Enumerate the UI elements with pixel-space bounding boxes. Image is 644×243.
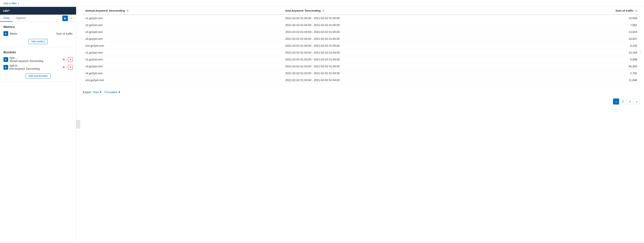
buckets-section: Buckets ▶ Split ... domain.keyword: Desc… [0,47,76,82]
bucket1-controls: 👁 | ✕ [62,57,73,62]
cell-domain: v2.go2vd.com [83,22,283,28]
page-3-button[interactable]: 3 [627,98,633,104]
pagination: 1 2 3 » [76,96,644,107]
bucket2-delete-button[interactable]: ✕ [68,65,73,70]
cell-traffic: 9,243 [529,42,640,49]
table-row: vmi.go2yd.com2021-02-02 01:03:00 - 2021-… [83,77,640,84]
sort-icon-traffic: ⇅ [635,10,637,12]
col-header-time[interactable]: time.keyword: Descending ⇅ [283,7,529,14]
cell-time: 2021-02-02 01:03:00 - 2021-02-02 01:04:0… [283,70,529,77]
left-panel: cdn* Data Options ▶ ✕ Metrics ▶ Metric S… [0,7,76,242]
cell-time: 2021-02-02 01:03:00 - 2021-02-02 01:04:0… [283,63,529,70]
cell-traffic: 14,169 [529,49,640,56]
table-body: v1.go2yd.com2021-02-02 01:04:00 - 2021-0… [83,14,640,84]
metric-row: ▶ Metric Sum of traffic [4,31,73,36]
sort-icon-domain: ⇅ [126,10,128,12]
top-bar: Add a filter + [0,0,644,7]
table-row: v3.go2yd.com2021-02-02 01:04:00 - 2021-0… [83,28,640,36]
collapse-button[interactable]: ‹ [76,120,80,128]
bucket1-label-group: Split ... domain.keyword: Descending [10,56,60,62]
add-metrics-button[interactable]: Add metrics [28,39,48,44]
export-raw-link[interactable]: Raw ⬇ [93,90,102,94]
table-container: domain.keyword: Descending ⇅ time.keywor… [76,7,644,88]
cell-time: 2021-02-02 01:03:00 - 2021-02-02 01:04:0… [283,77,529,84]
table-row: vmi.go2yd.com2021-02-02 01:04:00 - 2021-… [83,42,640,49]
cell-traffic: 2,792 [529,70,640,77]
panel-title: cdn* [3,9,10,12]
export-formatted-link[interactable]: Formatted ⬇ [104,90,120,94]
panel-tabs: Data Options ▶ ✕ [0,14,76,22]
export-row: Export: Raw ⬇ Formatted ⬇ [76,88,644,96]
cell-time: 2021-02-02 01:03:00 - 2021-02-02 01:04:0… [283,56,529,63]
bucket1-separator: | [66,58,67,61]
metrics-title: Metrics [4,25,73,28]
metric-expand-button[interactable]: ▶ [4,31,8,36]
cell-traffic: 11,898 [529,77,640,84]
tab-options[interactable]: Options [13,14,29,22]
bucket2-eye-button[interactable]: 👁 [62,65,66,70]
bucket-row-1: ▶ Split ... domain.keyword: Descending 👁… [4,56,73,62]
add-filter-link[interactable]: Add a filter + [4,2,19,5]
cell-traffic: 7,991 [529,22,640,28]
cell-traffic: 40,300 [529,63,640,70]
page-1-button[interactable]: 1 [613,98,619,104]
cell-domain: v1.go2yd.com [83,49,283,56]
cell-time: 2021-02-02 01:04:00 - 2021-02-02 01:05:0… [283,14,529,22]
bucket1-main-label: Split ... [10,56,60,60]
cell-domain: v4.go2yd.com [83,36,283,42]
col-header-traffic[interactable]: Sum of traffic ⇅ [529,7,640,14]
cell-traffic: 9,698 [529,56,640,63]
page-2-button[interactable]: 2 [620,98,626,104]
table-row: v4.go2yd.com2021-02-02 01:04:00 - 2021-0… [83,36,640,42]
right-panel: ‹ ⋮ domain.keyword: Descending ⇅ time.ke… [76,7,644,242]
cell-time: 2021-02-02 01:04:00 - 2021-02-02 01:05:0… [283,36,529,42]
cell-traffic: 14,043 [529,28,640,36]
cell-traffic: 16,659 [529,14,640,22]
data-table: domain.keyword: Descending ⇅ time.keywor… [83,7,640,84]
play-button[interactable]: ▶ [62,16,68,21]
bucket2-sub-label: time.keyword: Descending [10,67,60,70]
cell-time: 2021-02-02 01:04:00 - 2021-02-02 01:05:0… [283,22,529,28]
bucket2-separator: | [66,66,67,69]
table-row: v3.go2yd.com2021-02-02 01:03:00 - 2021-0… [83,63,640,70]
tab-data[interactable]: Data [0,14,13,22]
metric-value: Sum of traffic [56,32,73,35]
bucket2-main-label: Split R... [10,64,60,67]
buckets-title: Buckets [4,50,73,54]
metric-label: Metric [10,32,54,35]
close-button[interactable]: ✕ [69,16,74,21]
cell-domain: v1.go2yd.com [83,14,283,22]
panel-actions: ▶ ✕ [62,16,76,21]
table-header-row: domain.keyword: Descending ⇅ time.keywor… [83,7,640,14]
bucket2-controls: 👁 | ✕ [62,65,73,70]
table-row: v1.go2yd.com2021-02-02 01:04:00 - 2021-0… [83,14,640,22]
add-sub-buckets-button[interactable]: Add sub-buckets [26,73,50,78]
bucket2-expand-button[interactable]: ▶ [4,65,8,70]
cell-time: 2021-02-02 01:04:00 - 2021-02-02 01:05:0… [283,42,529,49]
cell-traffic: 18,847 [529,36,640,42]
bucket1-sub-label: domain.keyword: Descending [10,60,60,62]
metrics-section: Metrics ▶ Metric Sum of traffic Add metr… [0,22,76,47]
panel-header: cdn* [0,7,76,14]
cell-time: 2021-02-02 01:03:00 - 2021-02-02 01:04:0… [283,49,529,56]
cell-domain: v2.go2vd.com [83,56,283,63]
bucket1-eye-button[interactable]: 👁 [62,58,66,62]
cell-time: 2021-02-02 01:04:00 - 2021-02-02 01:05:0… [283,28,529,36]
three-dot-menu[interactable]: ⋮ [638,50,642,54]
cell-domain: v4.go2yd.com [83,70,283,77]
bucket2-label-group: Split R... time.keyword: Descending [10,64,60,70]
cell-domain: vmi.go2yd.com [83,42,283,49]
export-label: Export: [83,90,92,94]
bucket1-delete-button[interactable]: ✕ [68,57,73,62]
cell-domain: v3.go2yd.com [83,63,283,70]
table-row: v1.go2yd.com2021-02-02 01:03:00 - 2021-0… [83,49,640,56]
table-row: v2.go2vd.com2021-02-02 01:03:00 - 2021-0… [83,56,640,63]
page-next-button[interactable]: » [634,98,640,104]
bucket1-expand-button[interactable]: ▶ [4,57,8,62]
table-row: v2.go2vd.com2021-02-02 01:04:00 - 2021-0… [83,22,640,28]
main-layout: cdn* Data Options ▶ ✕ Metrics ▶ Metric S… [0,7,644,242]
cell-domain: vmi.go2yd.com [83,77,283,84]
sort-icon-time: ⇅ [322,10,324,12]
col-header-domain[interactable]: domain.keyword: Descending ⇅ [83,7,283,14]
bucket-row-2: ▶ Split R... time.keyword: Descending 👁 … [4,64,73,70]
